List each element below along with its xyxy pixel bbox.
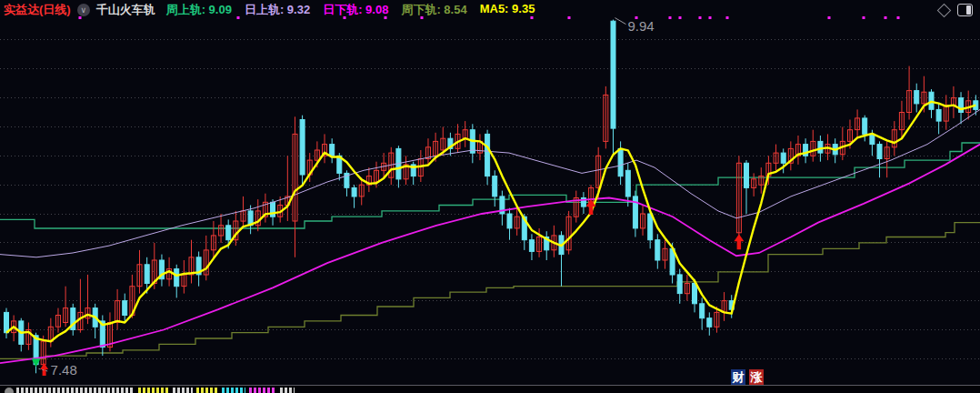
sell-triangle-marker bbox=[32, 358, 41, 367]
high-price-label: 9.94 bbox=[627, 18, 654, 34]
status-circle-icon bbox=[5, 388, 14, 393]
candle-body bbox=[915, 91, 919, 104]
candle-body bbox=[529, 240, 534, 252]
candle-body bbox=[145, 265, 149, 284]
status-text-fragment bbox=[173, 388, 193, 393]
candle-body bbox=[648, 214, 653, 240]
candle-body bbox=[693, 284, 697, 304]
candle-body bbox=[677, 275, 682, 294]
candle-body bbox=[300, 120, 305, 176]
bottom-status-bar bbox=[0, 386, 980, 393]
status-text-fragment bbox=[16, 388, 135, 393]
candle-body bbox=[5, 312, 9, 332]
candle-body bbox=[745, 163, 749, 187]
status-text-fragment bbox=[249, 388, 276, 393]
status-text-fragment bbox=[222, 388, 245, 393]
status-text-fragment bbox=[196, 388, 218, 393]
candle-body bbox=[618, 148, 623, 176]
watermark-badge: 财 涨 bbox=[731, 369, 764, 385]
indicator-value: 日下轨: 9.08 bbox=[323, 2, 388, 18]
indicator-value: MA5: 9.35 bbox=[480, 2, 535, 18]
panel-bar bbox=[966, 5, 971, 15]
stock-title[interactable]: 实益达(日线) bbox=[4, 2, 71, 18]
low-price-label: 7.48 bbox=[51, 362, 77, 378]
candle-body bbox=[655, 240, 660, 260]
indicator-value: 日上轨: 9.32 bbox=[245, 2, 310, 18]
diamond-icon[interactable] bbox=[937, 3, 952, 17]
candle-body bbox=[485, 134, 490, 176]
candle-body bbox=[175, 269, 179, 287]
candle-body bbox=[863, 118, 867, 135]
candle-body bbox=[700, 304, 705, 318]
chevron-down-icon[interactable]: ∨ bbox=[77, 4, 90, 16]
indicator-value: 周下轨: 8.54 bbox=[401, 2, 466, 18]
candle-body bbox=[123, 301, 127, 316]
candle-body bbox=[707, 318, 712, 328]
candle-body bbox=[493, 176, 497, 196]
indicator-name[interactable]: 千山火车轨 bbox=[96, 2, 155, 18]
buy-arrow-marker bbox=[734, 234, 744, 249]
day-upper-rail-line bbox=[0, 109, 980, 257]
right-panel-icon[interactable] bbox=[957, 4, 973, 16]
candle-body bbox=[781, 153, 785, 163]
candle-body bbox=[870, 134, 875, 144]
status-text-fragment bbox=[280, 388, 295, 393]
watermark-left: 财 bbox=[731, 369, 745, 385]
indicator-value: 周上轨: 9.09 bbox=[166, 2, 232, 18]
candlestick-chart[interactable]: 9.947.48 bbox=[0, 0, 980, 393]
candle-body bbox=[936, 109, 941, 121]
candle-body bbox=[330, 145, 335, 156]
candle-body bbox=[507, 214, 512, 228]
candle-body bbox=[352, 187, 356, 196]
candle-body bbox=[226, 226, 231, 240]
candle-body bbox=[611, 21, 615, 128]
ma5-line bbox=[6, 102, 975, 341]
candle-body bbox=[877, 145, 882, 159]
indicator-header: 实益达(日线) ∨ 千山火车轨 周上轨: 9.09日上轨: 9.32日下轨: 9… bbox=[0, 0, 980, 20]
candle-body bbox=[625, 170, 630, 196]
watermark-right: 涨 bbox=[749, 369, 764, 385]
candle-body bbox=[818, 141, 823, 153]
status-text-fragment bbox=[138, 388, 169, 393]
indicator-values: 周上轨: 9.09日上轨: 9.32日下轨: 9.08周下轨: 8.54MA5:… bbox=[166, 2, 548, 18]
